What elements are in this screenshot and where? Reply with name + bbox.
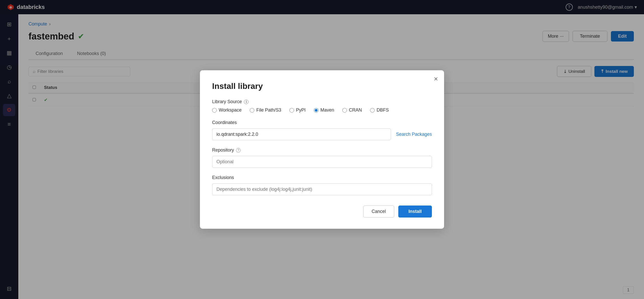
- radio-maven[interactable]: Maven: [314, 107, 334, 113]
- radio-pypi[interactable]: PyPI: [289, 107, 306, 113]
- install-library-modal: Install library × Library Source ℹ Works…: [200, 70, 444, 229]
- repository-section: Repository ?: [212, 147, 432, 168]
- radio-filepath-input[interactable]: [250, 108, 254, 113]
- library-source-label: Library Source ℹ: [212, 99, 432, 104]
- radio-maven-input[interactable]: [314, 108, 318, 113]
- modal-close-button[interactable]: ×: [434, 75, 438, 83]
- repository-label: Repository ?: [212, 147, 432, 153]
- radio-cran-input[interactable]: [342, 108, 347, 113]
- exclusions-label: Exclusions: [212, 175, 432, 180]
- cancel-button[interactable]: Cancel: [363, 206, 394, 218]
- coordinates-input-wrap: [212, 128, 391, 140]
- modal-overlay: Install library × Library Source ℹ Works…: [0, 0, 644, 299]
- coordinates-label: Coordinates: [212, 120, 432, 125]
- modal-title: Install library: [212, 81, 432, 91]
- library-source-info-icon[interactable]: ℹ: [244, 100, 248, 104]
- repository-help-icon[interactable]: ?: [236, 148, 241, 153]
- coordinates-section: Coordinates Search Packages: [212, 120, 432, 140]
- radio-cran[interactable]: CRAN: [342, 107, 362, 113]
- library-source-radio-group: Workspace File Path/S3 PyPI Maven CRAN: [212, 107, 432, 113]
- search-packages-link[interactable]: Search Packages: [396, 132, 432, 137]
- coordinates-input[interactable]: [212, 128, 391, 140]
- library-source-section: Library Source ℹ Workspace File Path/S3 …: [212, 99, 432, 113]
- radio-workspace[interactable]: Workspace: [212, 107, 242, 113]
- repository-input[interactable]: [212, 156, 432, 168]
- radio-dbfs-input[interactable]: [370, 108, 375, 113]
- exclusions-input[interactable]: [212, 183, 432, 195]
- exclusions-section: Exclusions: [212, 175, 432, 195]
- radio-pypi-input[interactable]: [289, 108, 294, 113]
- coordinates-row: Search Packages: [212, 128, 432, 140]
- modal-footer: Cancel Install: [212, 206, 432, 218]
- install-button[interactable]: Install: [398, 206, 432, 218]
- radio-workspace-input[interactable]: [212, 108, 217, 113]
- radio-filepath-s3[interactable]: File Path/S3: [250, 107, 281, 113]
- radio-dbfs[interactable]: DBFS: [370, 107, 389, 113]
